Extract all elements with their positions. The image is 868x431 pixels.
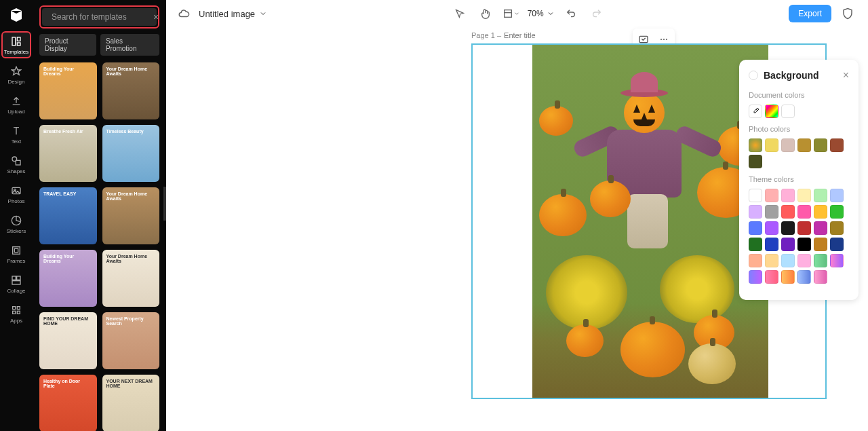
color-swatch[interactable] (781, 205, 795, 219)
canvas-photo[interactable] (532, 45, 768, 398)
template-card[interactable]: Timeless Beauty (102, 125, 160, 182)
shield-icon[interactable] (838, 4, 857, 23)
zoom-control[interactable]: 70% (528, 9, 555, 18)
color-swatch[interactable] (749, 189, 762, 202)
chevron-down-icon (547, 10, 555, 18)
color-swatch[interactable] (814, 221, 827, 235)
color-swatch[interactable] (749, 238, 762, 251)
nav-apps[interactable]: Apps (1, 300, 31, 327)
gradient-swatch[interactable] (830, 254, 844, 267)
stickers-icon (10, 214, 22, 227)
nav-collage[interactable]: Collage (1, 270, 31, 297)
nav-label: Stickers (7, 228, 26, 234)
color-swatch[interactable] (797, 238, 811, 251)
tag-product-display[interactable]: Product Display (39, 34, 96, 56)
template-card[interactable]: Building Your Dreams (39, 62, 97, 119)
hand-tool[interactable] (476, 4, 495, 23)
eyedropper-button[interactable] (749, 105, 762, 118)
color-swatch[interactable] (749, 254, 762, 267)
nav-shapes[interactable]: Shapes (1, 151, 31, 178)
gradient-swatch[interactable] (814, 270, 827, 284)
color-swatch[interactable] (765, 238, 778, 251)
color-swatch[interactable] (830, 205, 844, 219)
shapes-icon (10, 155, 22, 167)
search-highlight: × (39, 5, 159, 29)
template-card[interactable]: Building Your Dreams (39, 250, 97, 307)
nav-templates[interactable]: Templates (1, 31, 31, 58)
color-swatch[interactable] (797, 189, 811, 202)
nav-frames[interactable]: Frames (1, 240, 31, 267)
color-swatch[interactable] (814, 238, 827, 251)
section-label: Photo colors (749, 125, 849, 133)
template-card[interactable]: Your Dream Home Awaits (102, 62, 160, 119)
color-swatch[interactable] (781, 254, 795, 267)
svg-rect-7 (13, 246, 20, 254)
color-swatch[interactable] (797, 138, 811, 152)
photo-colors-row (749, 138, 849, 168)
color-swatch[interactable] (830, 138, 844, 152)
color-swatch[interactable] (797, 254, 811, 267)
color-swatch[interactable] (765, 138, 778, 152)
color-swatch[interactable] (781, 105, 795, 118)
chevron-down-icon (259, 10, 267, 18)
canvas-area: Page 1 – (166, 27, 868, 431)
redo-button[interactable] (587, 4, 606, 23)
gradient-swatch[interactable] (781, 270, 795, 284)
color-swatch[interactable] (749, 155, 762, 168)
page-title-input[interactable] (504, 31, 545, 39)
color-swatch[interactable] (749, 205, 762, 219)
gradient-swatch[interactable] (814, 254, 827, 267)
color-swatch[interactable] (814, 138, 827, 152)
nav-design[interactable]: Design (1, 61, 31, 88)
app-logo[interactable] (7, 5, 26, 24)
tag-sales-promotion[interactable]: Sales Promotion (100, 34, 159, 56)
resize-tool[interactable] (502, 4, 521, 23)
color-swatch[interactable] (797, 221, 811, 235)
template-card[interactable]: Your Dream Home Awaits (102, 250, 160, 307)
color-swatch[interactable] (830, 238, 844, 251)
color-swatch[interactable] (749, 221, 762, 235)
template-card[interactable]: Newest Property Search (102, 312, 160, 369)
nav-text[interactable]: Text (1, 121, 31, 148)
color-swatch[interactable] (781, 221, 795, 235)
nav-upload[interactable]: Upload (1, 91, 31, 118)
clear-search-icon[interactable]: × (153, 12, 159, 22)
color-swatch[interactable] (814, 205, 827, 219)
undo-button[interactable] (561, 4, 580, 23)
color-swatch[interactable] (765, 221, 778, 235)
cloud-icon[interactable] (177, 7, 191, 20)
document-title[interactable]: Untitled image (199, 9, 267, 19)
nav-stickers[interactable]: Stickers (1, 210, 31, 238)
search-input[interactable] (52, 12, 153, 22)
search-box[interactable]: × (42, 8, 157, 26)
template-card[interactable]: Your Dream Home Awaits (102, 187, 160, 244)
color-swatch[interactable] (830, 221, 844, 235)
color-picker-button[interactable] (765, 105, 778, 118)
template-card[interactable]: TRAVEL EASY (39, 187, 97, 244)
template-card[interactable]: Healthy on Door Plate (39, 375, 97, 431)
template-card[interactable]: FIND YOUR DREAM HOME (39, 312, 97, 369)
close-panel-button[interactable]: × (843, 69, 849, 81)
color-swatch[interactable] (814, 189, 827, 202)
color-swatch[interactable] (797, 205, 811, 219)
color-swatch[interactable] (781, 138, 795, 152)
color-swatch[interactable] (781, 189, 795, 202)
color-swatch[interactable] (830, 189, 844, 202)
template-card[interactable]: Breathe Fresh Air (39, 125, 97, 182)
color-swatch[interactable] (765, 205, 778, 219)
photo-swatch[interactable] (749, 138, 762, 152)
export-button[interactable]: Export (789, 5, 831, 22)
gradient-swatch[interactable] (749, 270, 762, 284)
gradient-swatch[interactable] (797, 270, 811, 284)
text-icon (10, 125, 22, 137)
nav-photos[interactable]: Photos (1, 181, 31, 208)
color-swatch[interactable] (765, 189, 778, 202)
collage-icon (10, 274, 22, 286)
theme-colors-grid (749, 189, 849, 284)
cursor-tool[interactable] (450, 4, 469, 23)
svg-rect-12 (13, 306, 16, 309)
template-card[interactable]: YOUR NEXT DREAM HOME (102, 375, 160, 431)
color-swatch[interactable] (765, 254, 778, 267)
gradient-swatch[interactable] (765, 270, 778, 284)
color-swatch[interactable] (781, 238, 795, 251)
